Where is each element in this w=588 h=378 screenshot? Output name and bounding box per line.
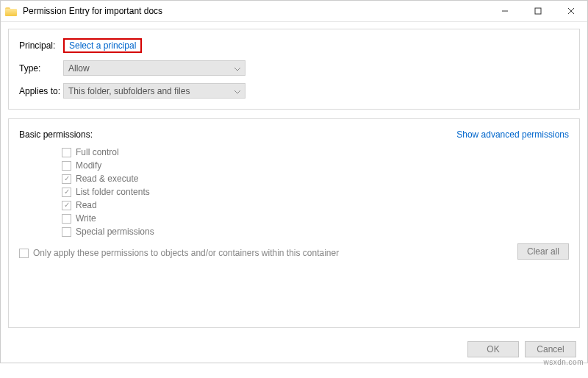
principal-label: Principal: <box>19 40 63 51</box>
titlebar[interactable]: Permission Entry for important docs <box>1 1 587 22</box>
highlight-box: Select a principal <box>63 38 142 53</box>
permissions-group: Basic permissions: Show advanced permiss… <box>8 118 580 328</box>
permission-item[interactable]: Read <box>62 199 569 212</box>
content: Principal: Select a principal Type: Allo… <box>1 22 587 335</box>
permission-label: Special permissions <box>76 227 154 237</box>
permission-item[interactable]: Full control <box>62 146 569 159</box>
appliesto-label: Applies to: <box>19 86 63 96</box>
permission-label: Read & execute <box>76 174 138 184</box>
clear-all-button[interactable]: Clear all <box>517 243 569 260</box>
permission-item[interactable]: List folder contents <box>62 185 569 199</box>
permission-checkbox[interactable] <box>62 174 71 184</box>
svg-rect-1 <box>535 8 541 14</box>
appliesto-combobox[interactable]: This folder, subfolders and files <box>63 83 245 99</box>
permission-item[interactable]: Special permissions <box>62 225 569 238</box>
permission-label: Modify <box>76 160 101 171</box>
ok-button[interactable]: OK <box>467 341 519 357</box>
select-principal-link[interactable]: Select a principal <box>65 38 140 53</box>
only-apply-checkbox[interactable] <box>19 249 29 258</box>
principal-group: Principal: Select a principal Type: Allo… <box>8 29 580 110</box>
dialog-buttons: OK Cancel <box>467 341 576 357</box>
permission-list: Full controlModifyRead & executeList fol… <box>62 146 569 238</box>
permission-label: Read <box>76 200 97 210</box>
permission-label: List folder contents <box>76 187 150 197</box>
basic-permissions-heading: Basic permissions: <box>19 129 93 140</box>
permission-checkbox[interactable] <box>62 148 71 157</box>
permission-checkbox[interactable] <box>62 161 71 171</box>
permission-checkbox[interactable] <box>62 201 71 210</box>
permission-item[interactable]: Read & execute <box>62 172 569 185</box>
watermark: wsxdn.com <box>543 358 584 366</box>
type-combobox[interactable]: Allow <box>63 60 245 76</box>
permission-item[interactable]: Write <box>62 212 569 225</box>
permission-item[interactable]: Modify <box>62 159 569 172</box>
chevron-down-icon <box>234 86 240 96</box>
type-value: Allow <box>68 63 90 74</box>
show-advanced-permissions-link[interactable]: Show advanced permissions <box>456 129 569 140</box>
only-apply-option[interactable]: Only apply these permissions to objects … <box>19 248 339 258</box>
permission-checkbox[interactable] <box>62 227 71 237</box>
only-apply-label: Only apply these permissions to objects … <box>33 248 339 258</box>
type-label: Type: <box>19 63 63 74</box>
window-title: Permission Entry for important docs <box>23 6 488 16</box>
permission-checkbox[interactable] <box>62 188 71 197</box>
cancel-button[interactable]: Cancel <box>525 341 576 357</box>
permission-label: Write <box>76 213 96 224</box>
window: Permission Entry for important docs Prin… <box>0 0 588 363</box>
permission-label: Full control <box>76 147 119 157</box>
maximize-button[interactable] <box>521 1 554 21</box>
permission-checkbox[interactable] <box>62 214 71 224</box>
close-button[interactable] <box>554 1 587 21</box>
appliesto-value: This folder, subfolders and files <box>68 86 190 96</box>
folder-icon <box>5 6 17 16</box>
chevron-down-icon <box>234 63 240 74</box>
minimize-button[interactable] <box>488 1 521 21</box>
